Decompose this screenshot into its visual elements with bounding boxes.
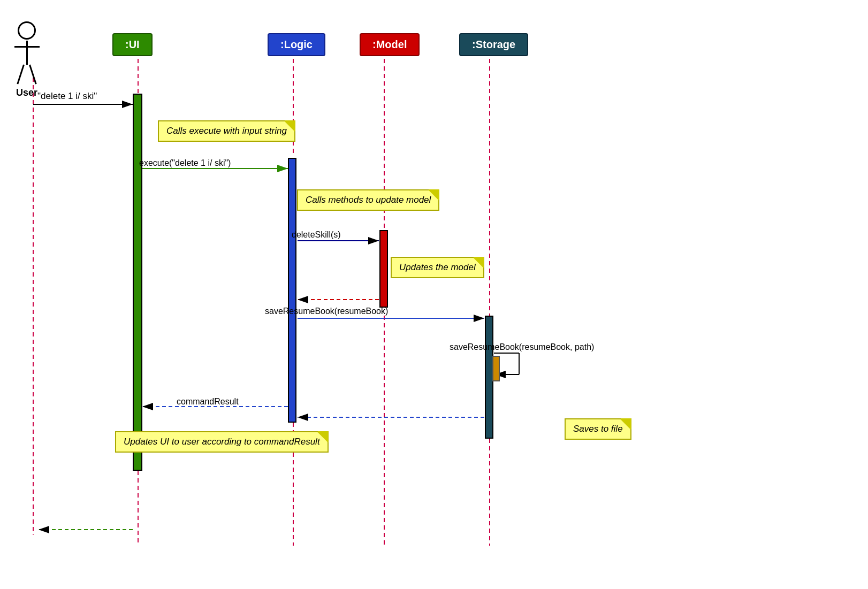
msg-save-resume: saveResumeBook(resumeBook) [265,307,388,316]
actor-user-label: User [16,87,37,98]
msg-init: "delete 1 i/ ski" [37,91,97,102]
lifeline-model: :Model [360,33,420,56]
lifeline-ui: :UI [112,33,153,56]
note-calls-methods: Calls methods to update model [297,189,439,211]
activation-logic [288,158,296,423]
actor-user: User [16,21,37,98]
note-calls-execute: Calls execute with input string [158,120,295,142]
msg-save-resume-path: saveResumeBook(resumeBook, path) [450,342,594,352]
note-updates-model: Updates the model [391,257,484,278]
activation-ui [133,94,142,471]
msg-delete-skill: deleteSkill(s) [292,230,341,240]
activation-storage-self [492,356,500,381]
activation-model [379,230,388,308]
lifeline-logic: :Logic [268,33,325,56]
note-saves-file: Saves to file [565,418,631,440]
sequence-diagram: { "title": "Sequence Diagram", "actors":… [0,0,868,589]
msg-execute: execute("delete 1 i/ ski") [139,158,231,168]
note-updates-ui: Updates UI to user according to commandR… [115,431,329,453]
lifeline-storage: :Storage [459,33,528,56]
msg-command-result: commandResult [177,397,239,407]
